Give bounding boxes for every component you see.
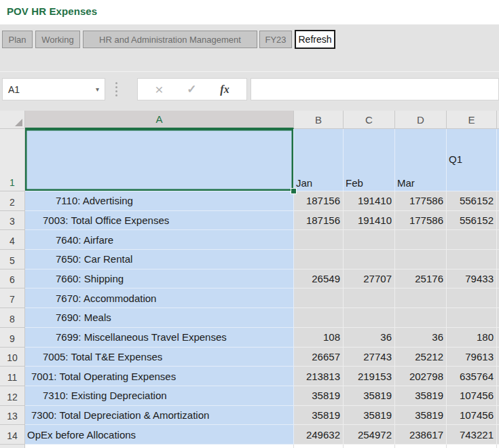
cell-B5[interactable] <box>294 250 344 269</box>
row-header-9[interactable]: 9 <box>0 328 25 348</box>
cell-B14[interactable]: 249632 <box>294 425 344 445</box>
cell-A12[interactable]: 7310: Existing Depreciation <box>25 386 294 406</box>
column-header-E[interactable]: E <box>447 111 497 129</box>
column-header-A[interactable]: A <box>25 111 294 129</box>
cell-A11[interactable]: 7001: Total Operating Expenses <box>25 367 294 386</box>
cell-A2[interactable]: 7110: Advertising <box>25 191 294 211</box>
refresh-button[interactable]: Refresh <box>295 30 335 49</box>
row-header-12[interactable]: 12 <box>0 386 25 406</box>
cell-A4[interactable]: 7640: Airfare <box>25 230 294 250</box>
cell-C10[interactable]: 27743 <box>344 348 395 367</box>
cell-C8[interactable] <box>344 308 395 328</box>
cell-C9[interactable]: 36 <box>344 328 395 348</box>
row-header-13[interactable]: 13 <box>0 406 25 426</box>
cell-C14[interactable]: 254972 <box>344 425 395 445</box>
cell-A5[interactable]: 7650: Car Rental <box>25 250 294 269</box>
cell-E10[interactable]: 79613 <box>447 348 497 367</box>
cell-A9[interactable]: 7699: Miscellaneous Travel Expenses <box>25 328 294 348</box>
cell-D1[interactable]: Mar <box>395 129 447 191</box>
pov-button-plan[interactable]: Plan <box>2 31 33 48</box>
cell-C7[interactable] <box>344 288 395 308</box>
row-header-4[interactable]: 4 <box>0 230 25 250</box>
cell-C4[interactable] <box>344 230 395 250</box>
pov-button-year[interactable]: FY23 <box>259 31 292 48</box>
selection-fill-handle[interactable] <box>291 188 297 194</box>
cell-D11[interactable]: 202798 <box>395 367 447 386</box>
row-header-6[interactable]: 6 <box>0 269 25 289</box>
cell-B11[interactable]: 213813 <box>294 367 344 386</box>
cell-A10[interactable]: 7005: Total T&E Expenses <box>25 348 294 367</box>
cell-row15-0[interactable] <box>25 445 294 448</box>
row-header-15[interactable] <box>0 445 25 448</box>
name-box[interactable]: A1 ▾ <box>2 78 105 100</box>
cell-E3[interactable]: 556152 <box>447 211 497 231</box>
cell-E12[interactable]: 107456 <box>447 386 497 406</box>
cell-C11[interactable]: 219153 <box>344 367 395 386</box>
cell-A14[interactable]: OpEx before Allocations <box>25 425 294 445</box>
cell-E7[interactable] <box>447 288 497 308</box>
cell-row15-3[interactable] <box>395 445 447 448</box>
cell-D5[interactable] <box>395 250 447 269</box>
row-header-14[interactable]: 14 <box>0 425 25 445</box>
cell-B1[interactable]: Jan <box>294 129 344 191</box>
cell-D8[interactable] <box>395 308 447 328</box>
cell-E4[interactable] <box>447 230 497 250</box>
row-header-10[interactable]: 10 <box>0 348 25 367</box>
row-header-11[interactable]: 11 <box>0 367 25 386</box>
cell-E5[interactable] <box>447 250 497 269</box>
cell-B4[interactable] <box>294 230 344 250</box>
row-header-1[interactable]: 1 <box>0 129 25 191</box>
cell-C6[interactable]: 27707 <box>344 269 395 289</box>
row-header-3[interactable]: 3 <box>0 211 25 231</box>
cell-D4[interactable] <box>395 230 447 250</box>
cell-E13[interactable]: 107456 <box>447 406 497 426</box>
select-all-corner[interactable] <box>0 111 25 129</box>
cell-D6[interactable]: 25176 <box>395 269 447 289</box>
cell-A3[interactable]: 7003: Total Office Expenses <box>25 211 294 231</box>
cell-A6[interactable]: 7660: Shipping <box>25 269 294 289</box>
name-box-dropdown-icon[interactable]: ▾ <box>96 86 105 93</box>
cell-C3[interactable]: 191410 <box>344 211 395 231</box>
cell-A1[interactable] <box>25 129 294 191</box>
cell-E1[interactable]: Q1 <box>447 129 497 191</box>
cell-D14[interactable]: 238617 <box>395 425 447 445</box>
cell-A13[interactable]: 7300: Total Depreciation & Amortization <box>25 406 294 426</box>
cell-D10[interactable]: 25212 <box>395 348 447 367</box>
column-header-B[interactable]: B <box>294 111 344 129</box>
pov-button-entity[interactable]: HR and Administration Management <box>83 31 257 48</box>
pov-button-working[interactable]: Working <box>35 31 80 48</box>
cell-D3[interactable]: 177586 <box>395 211 447 231</box>
cell-E9[interactable]: 180 <box>447 328 497 348</box>
cell-E6[interactable]: 79433 <box>447 269 497 289</box>
cell-A8[interactable]: 7690: Meals <box>25 308 294 328</box>
formula-bar-input[interactable] <box>251 78 499 100</box>
cell-C1[interactable]: Feb <box>344 129 395 191</box>
cell-row15-2[interactable] <box>344 445 395 448</box>
cell-C2[interactable]: 191410 <box>344 191 395 211</box>
insert-function-icon[interactable]: fx <box>220 84 229 95</box>
row-header-8[interactable]: 8 <box>0 308 25 328</box>
column-header-C[interactable]: C <box>344 111 395 129</box>
cell-B10[interactable]: 26657 <box>294 348 344 367</box>
cell-A7[interactable]: 7670: Accommodation <box>25 288 294 308</box>
cell-B2[interactable]: 187156 <box>294 191 344 211</box>
cell-row15-1[interactable] <box>294 445 344 448</box>
cell-B6[interactable]: 26549 <box>294 269 344 289</box>
cell-B7[interactable] <box>294 288 344 308</box>
cell-E8[interactable] <box>447 308 497 328</box>
column-header-D[interactable]: D <box>395 111 447 129</box>
cell-row15-4[interactable] <box>447 445 497 448</box>
row-header-2[interactable]: 2 <box>0 191 25 211</box>
cell-B9[interactable]: 108 <box>294 328 344 348</box>
cell-E2[interactable]: 556152 <box>447 191 497 211</box>
cancel-icon[interactable]: × <box>155 82 163 96</box>
cell-D2[interactable]: 177586 <box>395 191 447 211</box>
cell-E14[interactable]: 743221 <box>447 425 497 445</box>
cell-B3[interactable]: 187156 <box>294 211 344 231</box>
row-header-5[interactable]: 5 <box>0 250 25 269</box>
cell-D13[interactable]: 35819 <box>395 406 447 426</box>
row-header-7[interactable]: 7 <box>0 288 25 308</box>
cell-E11[interactable]: 635764 <box>447 367 497 386</box>
enter-check-icon[interactable]: ✓ <box>187 83 196 95</box>
cell-C5[interactable] <box>344 250 395 269</box>
